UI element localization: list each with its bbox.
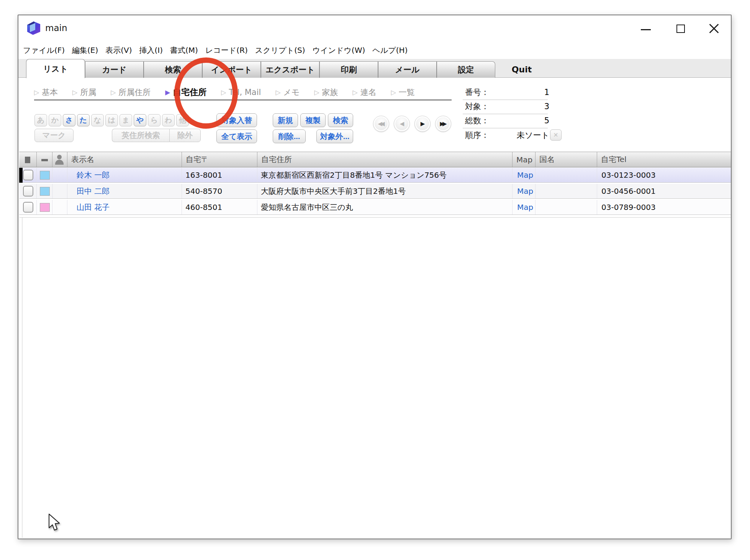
- triangle-icon: ▷: [34, 88, 39, 96]
- previous-record-button[interactable]: ◀: [394, 116, 410, 132]
- home-zip-cell: 540-8570: [185, 184, 222, 198]
- kana-ya-button[interactable]: や: [134, 114, 146, 126]
- column-home-tel[interactable]: 自宅Tel: [597, 152, 731, 167]
- color-swatch[interactable]: [40, 203, 50, 212]
- color-swatch[interactable]: [40, 171, 50, 180]
- triangle-icon: ▷: [353, 88, 358, 96]
- home-address-cell: 愛知県名古屋市中区三の丸: [261, 200, 353, 215]
- counter-number-value: 1: [544, 88, 549, 97]
- mark-button[interactable]: マーク: [34, 129, 74, 142]
- previous-record-icon: ◀: [400, 120, 403, 127]
- minimize-button[interactable]: [637, 21, 655, 37]
- column-select[interactable]: [19, 152, 36, 167]
- column-person[interactable]: [52, 152, 67, 167]
- counter-order-value: 未ソート: [517, 130, 549, 141]
- delete-button[interactable]: 削除...: [273, 129, 306, 143]
- column-map[interactable]: Map: [512, 152, 535, 167]
- menu-scripts[interactable]: スクリプト(S): [254, 45, 306, 56]
- close-button[interactable]: [705, 21, 723, 37]
- desktop: main ファイル(F) 編集(E) 表示(V) 挿入(I) 書式(M) レコー…: [0, 0, 750, 560]
- menu-window[interactable]: ウインドウ(W): [312, 45, 366, 56]
- minus-icon: [41, 159, 48, 161]
- table-row[interactable]: 山田 花子 460-8501 愛知県名古屋市中区三の丸 Map 03-0789-…: [19, 200, 731, 215]
- new-record-button[interactable]: 新規: [273, 113, 298, 127]
- column-home-address[interactable]: 自宅住所: [257, 152, 512, 167]
- show-all-button[interactable]: 全て表示: [216, 129, 257, 143]
- subtab-affiliation-address[interactable]: ▷所属住所: [111, 87, 151, 98]
- counter-found-value: 3: [544, 102, 549, 111]
- counter-total: 総数 : 5: [465, 114, 549, 127]
- map-link[interactable]: Map: [517, 200, 533, 215]
- minimize-icon: [641, 29, 651, 30]
- kana-ha-button[interactable]: は: [105, 114, 118, 126]
- clear-sort-button[interactable]: ✕: [550, 129, 562, 141]
- english-address-search-button[interactable]: 英住所検索: [112, 129, 169, 142]
- first-record-button[interactable]: ◀◀: [373, 116, 389, 132]
- subtab-family[interactable]: ▷家族: [314, 87, 338, 98]
- kana-ra-button[interactable]: ら: [148, 114, 160, 126]
- home-address-cell: 大阪府大阪市中央区大手前3丁目2番地1号: [261, 184, 406, 198]
- maximize-button[interactable]: [672, 21, 689, 37]
- app-window: main ファイル(F) 編集(E) 表示(V) 挿入(I) 書式(M) レコー…: [18, 15, 732, 539]
- menu-format[interactable]: 書式(M): [169, 45, 199, 56]
- subtab-overview[interactable]: ▷一覧: [391, 87, 415, 98]
- menu-insert[interactable]: 挿入(I): [139, 45, 164, 56]
- duplicate-button[interactable]: 複製: [300, 113, 326, 127]
- tab-settings[interactable]: 設定: [437, 61, 495, 78]
- triangle-icon: ▷: [314, 88, 319, 96]
- kana-ma-button[interactable]: ま: [120, 114, 132, 126]
- display-name-link[interactable]: 田中 二郎: [77, 184, 110, 198]
- subtab-affiliation[interactable]: ▷所属: [72, 87, 96, 98]
- omit-button[interactable]: 対象外...: [316, 129, 353, 143]
- title-bar: main: [18, 15, 731, 43]
- kana-na-button[interactable]: な: [91, 114, 104, 126]
- map-link[interactable]: Map: [517, 168, 533, 182]
- search-button[interactable]: 検索: [328, 113, 353, 127]
- last-record-button[interactable]: ▶▶: [435, 116, 451, 132]
- table-row[interactable]: 田中 二郎 540-8570 大阪府大阪市中央区大手前3丁目2番地1号 Map …: [19, 184, 731, 199]
- home-zip-cell: 460-8501: [185, 200, 222, 215]
- row-checkbox[interactable]: [23, 186, 33, 196]
- subtab-underline: [34, 100, 452, 100]
- app-icon: [26, 20, 41, 36]
- menu-view[interactable]: 表示(V): [105, 45, 133, 56]
- row-checkbox[interactable]: [23, 202, 33, 213]
- tab-print[interactable]: 印刷: [319, 61, 378, 78]
- layout-left-guide: [22, 218, 23, 538]
- last-record-icon: ▶▶: [440, 120, 445, 127]
- column-home-zip[interactable]: 自宅〒: [182, 152, 257, 167]
- display-name-link[interactable]: 鈴木 一郎: [77, 168, 110, 182]
- kana-a-button[interactable]: あ: [34, 114, 47, 126]
- triangle-icon: ▷: [391, 88, 396, 96]
- menu-records[interactable]: レコード(R): [205, 45, 249, 56]
- subtab-memo[interactable]: ▷メモ: [275, 87, 300, 98]
- table-header: 表示名 自宅〒 自宅住所 Map 国名 自宅Tel: [19, 152, 731, 167]
- tab-export[interactable]: エクスポート: [261, 61, 319, 78]
- display-name-link[interactable]: 山田 花子: [77, 200, 110, 215]
- menu-edit[interactable]: 編集(E): [71, 45, 99, 56]
- next-record-button[interactable]: ▶: [414, 116, 431, 132]
- column-display-name[interactable]: 表示名: [67, 152, 182, 167]
- tab-mail[interactable]: メール: [378, 61, 437, 78]
- kana-ta-button[interactable]: た: [77, 114, 90, 126]
- subtab-basic[interactable]: ▷基本: [34, 87, 58, 98]
- row-checkbox[interactable]: [23, 170, 33, 180]
- next-record-icon: ▶: [421, 120, 423, 127]
- tab-card[interactable]: カード: [85, 61, 144, 78]
- tab-list[interactable]: リスト: [26, 59, 85, 78]
- mouse-cursor: [47, 513, 61, 532]
- menu-file[interactable]: ファイル(F): [22, 45, 66, 56]
- map-link[interactable]: Map: [517, 184, 533, 198]
- column-mark[interactable]: [36, 152, 52, 167]
- subtab-joint-name[interactable]: ▷連名: [353, 87, 377, 98]
- menu-help[interactable]: ヘルプ(H): [372, 45, 408, 56]
- color-swatch[interactable]: [40, 187, 50, 196]
- column-country[interactable]: 国名: [535, 152, 597, 167]
- kana-ka-button[interactable]: か: [49, 114, 61, 126]
- home-zip-cell: 163-8001: [185, 168, 222, 182]
- kana-sa-button[interactable]: さ: [63, 114, 75, 126]
- table-row[interactable]: 鈴木 一郎 163-8001 東京都新宿区西新宿2丁目8番地1号 マンション75…: [19, 168, 731, 183]
- quit-button[interactable]: Quit: [499, 61, 545, 78]
- counter-total-value: 5: [544, 116, 549, 125]
- triangle-icon: ▷: [275, 88, 280, 96]
